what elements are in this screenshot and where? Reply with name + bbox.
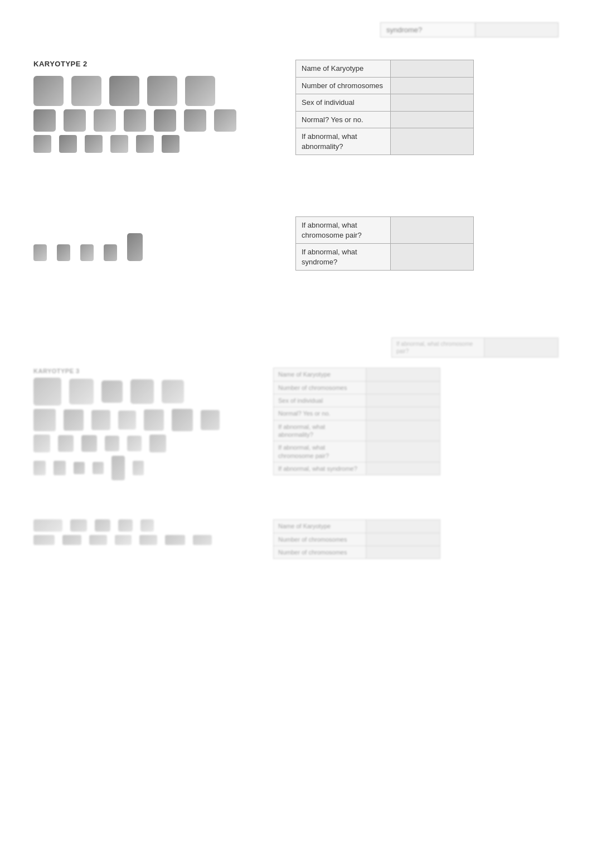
chromosome-15: [85, 135, 103, 153]
karyotype4-info-table: Name of Karyotype Number of chromosomes …: [273, 519, 440, 559]
chr-3-7: [64, 409, 84, 431]
chromosome-grid-2: [33, 76, 273, 153]
lower3-value-pair: [366, 441, 440, 462]
value-normal: [391, 111, 474, 128]
chr-4-5: [140, 519, 154, 532]
chromosome-19: [33, 244, 47, 261]
karyotype4-chr-area: [33, 519, 256, 559]
lower3-value-sex: [366, 394, 440, 407]
table-row: Normal? Yes or no.: [274, 407, 440, 420]
table-row: If abnormal, what syndrome?: [274, 462, 440, 475]
table-row: If abnormal, what abnormality?: [296, 128, 474, 155]
table-row: If abnormal, what chromosome pair?: [296, 217, 474, 244]
value-chr-pair: [391, 217, 474, 244]
karyotype3-chr-area: KARYOTYPE 3: [33, 368, 256, 480]
chromosome-21: [80, 244, 94, 261]
chromosome-11: [184, 109, 206, 132]
chr-3-8: [91, 410, 110, 430]
partial-section: If abnormal, what chromosome pair? If ab…: [0, 194, 592, 293]
karyotype2-info-table: Name of Karyotype Number of chromosomes …: [295, 60, 474, 155]
karyotype2-image-area: KARYOTYPE 2: [33, 60, 273, 155]
chr-3-15: [81, 435, 97, 452]
chromosome-22: [104, 244, 117, 261]
chr-4-4: [118, 519, 133, 532]
chr-4-11: [165, 535, 185, 545]
chr-3-3: [101, 380, 123, 403]
table-row: Name of Karyotype: [274, 520, 440, 533]
chr-3-21: [74, 462, 85, 474]
table-row: Name of Karyotype: [274, 368, 440, 381]
chromosome-12: [214, 109, 236, 132]
lower-value-1: [484, 338, 559, 358]
lower3-label-syndrome: If abnormal, what syndrome?: [274, 462, 366, 475]
table-row: syndrome?: [381, 23, 559, 37]
syndrome-label: syndrome?: [381, 23, 475, 37]
chr-3-x: [111, 456, 125, 480]
chr-3-2: [69, 379, 94, 404]
table-row: If abnormal, what abnormality?: [274, 420, 440, 441]
chr-4-10: [139, 535, 157, 545]
label-sex-individual: Sex of individual: [296, 94, 391, 112]
lower4-label-name: Name of Karyotype: [274, 520, 366, 533]
karyotype2-info-area: Name of Karyotype Number of chromosomes …: [295, 60, 559, 155]
table-row: Number of chromosomes: [274, 381, 440, 394]
chr-4-1: [33, 519, 62, 532]
table-row: Name of Karyotype: [296, 60, 474, 78]
table-row: Sex of individual: [296, 94, 474, 112]
chr-3-9: [118, 411, 136, 430]
chr-3-10: [144, 409, 164, 431]
lower3-label-normal: Normal? Yes or no.: [274, 407, 366, 420]
lower3-label-num: Number of chromosomes: [274, 381, 366, 394]
chr-4-6: [33, 535, 55, 545]
chr-4-9: [115, 535, 132, 545]
chr-row-2: [33, 109, 273, 132]
table-row: Number of chromosomes: [296, 77, 474, 94]
value-name-karyotype: [391, 60, 474, 78]
value-sex-individual: [391, 94, 474, 112]
lower4-label-num: Number of chromosomes: [274, 533, 366, 546]
label-syndrome: If abnormal, what syndrome?: [296, 244, 391, 271]
partial-karyotype-area: [33, 216, 273, 261]
karyotype3-section: If abnormal, what chromosome pair? KARYO…: [0, 326, 592, 491]
chr-3-14: [58, 435, 74, 452]
chromosome-17: [136, 135, 154, 153]
chr-row-4-1: [33, 519, 256, 532]
chr-row-3-1: [33, 378, 256, 406]
chr-3-5: [162, 380, 184, 403]
lower3-value-normal: [366, 407, 440, 420]
label-chr-pair: If abnormal, what chromosome pair?: [296, 217, 391, 244]
lower-label-1: If abnormal, what chromosome pair?: [392, 338, 484, 358]
lower4-value-name: [366, 520, 440, 533]
lower4-label-num2: Number of chromosomes: [274, 546, 366, 559]
chromosome-8: [94, 109, 116, 132]
chr-row-3-4: [33, 456, 256, 480]
chr-3-16: [105, 436, 119, 451]
lower4-value-num2: [366, 546, 440, 559]
partial-info-table: If abnormal, what chromosome pair? If ab…: [295, 216, 474, 271]
chr-3-4: [130, 379, 154, 404]
chr-3-22: [93, 462, 104, 474]
chromosome-3: [109, 76, 139, 106]
chr-grid-4: [33, 519, 256, 545]
karyotype4-section: Name of Karyotype Number of chromosomes …: [0, 503, 592, 570]
chr-3-6: [33, 409, 56, 431]
chromosome-5: [185, 76, 215, 106]
chr-3-17: [127, 436, 142, 451]
top-syndrome-row: syndrome?: [0, 22, 592, 37]
chromosome-20: [57, 244, 70, 261]
table-row: Number of chromosomes: [274, 546, 440, 559]
table-row: If abnormal, what chromosome pair?: [392, 338, 559, 358]
syndrome-value: [475, 23, 559, 37]
chr-4-3: [95, 519, 110, 532]
chromosome-10: [154, 109, 176, 132]
chr-row-3-2: [33, 409, 256, 431]
chr-4-2: [70, 519, 87, 532]
table-row: Sex of individual: [274, 394, 440, 407]
karyotype3-title: KARYOTYPE 3: [33, 368, 256, 374]
table-row: Number of chromosomes: [274, 533, 440, 546]
table-row: Normal? Yes or no.: [296, 111, 474, 128]
chromosome-9: [124, 109, 146, 132]
chr-row-3: [33, 135, 273, 153]
chr-3-1: [33, 378, 61, 406]
chromosome-4: [147, 76, 177, 106]
